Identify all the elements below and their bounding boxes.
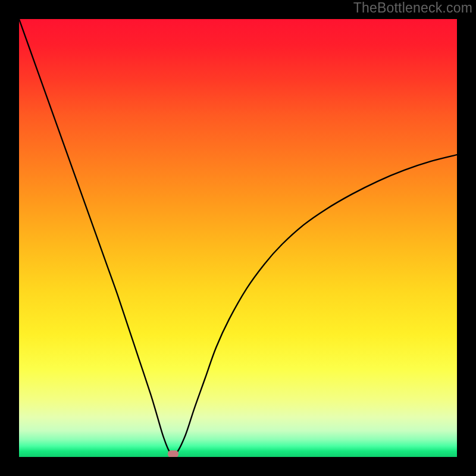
watermark-text: TheBottleneck.com bbox=[353, 0, 472, 16]
optimum-marker bbox=[168, 450, 178, 457]
curve-path bbox=[19, 19, 457, 455]
bottleneck-curve bbox=[19, 19, 457, 457]
chart-stage: TheBottleneck.com bbox=[0, 0, 476, 476]
plot-area bbox=[19, 19, 457, 457]
